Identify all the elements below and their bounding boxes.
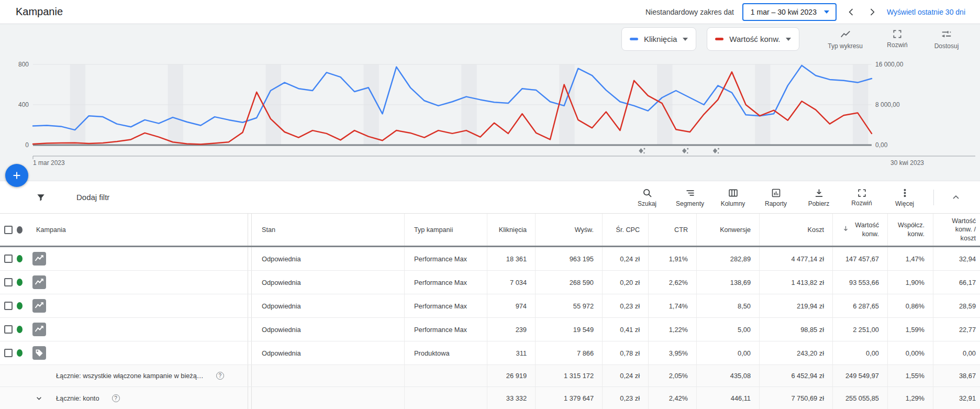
campaign-row: Odpowiednia Performance Max 239 19 549 0…: [0, 318, 980, 341]
impressions-total: 1 315 172: [535, 365, 602, 386]
divider: [933, 190, 934, 205]
adjust-chart-button[interactable]: Dostosuj: [932, 29, 961, 50]
expand-icon: [857, 188, 867, 198]
status-column-icon: [17, 226, 23, 234]
previous-date-range-button[interactable]: [845, 6, 858, 18]
campaign-row: Odpowiednia Produktowa 311 7 866 0,78 zł…: [0, 341, 980, 365]
conv-value-per-cost: 28,59: [933, 294, 980, 317]
download-button[interactable]: Pobierz: [799, 187, 838, 207]
column-header-stan[interactable]: Stan: [252, 214, 404, 246]
columns-button[interactable]: Kolumny: [714, 187, 752, 207]
svg-text:8 000,00: 8 000,00: [875, 101, 900, 108]
caret-down-icon: [824, 10, 829, 14]
date-range-picker[interactable]: 1 mar – 30 kwi 2023: [742, 3, 837, 21]
column-header-konwersje[interactable]: Konwersje: [696, 214, 759, 246]
ctr-value: 3,95%: [648, 341, 696, 364]
next-date-range-button[interactable]: [866, 6, 878, 18]
caret-down-icon: [683, 38, 688, 41]
search-button[interactable]: Szukaj: [628, 187, 666, 207]
ctr-total: 2,42%: [648, 387, 696, 409]
help-icon[interactable]: ?: [216, 372, 224, 380]
expand-table-button[interactable]: Rozwiń: [842, 188, 881, 207]
status-enabled-dot[interactable]: [17, 349, 23, 357]
row-checkbox[interactable]: [4, 325, 13, 334]
top-bar: Kampanie Niestandardowy zakres dat 1 mar…: [0, 0, 980, 24]
conv-value: 147 457,67: [832, 247, 887, 270]
more-button[interactable]: Więcej: [885, 187, 924, 207]
totals-row: Łącznie: wszystkie włączone kampanie w b…: [0, 365, 980, 387]
column-header-wspolcz-konw[interactable]: Współcz. konw.: [887, 214, 933, 246]
performance-max-icon: [32, 275, 46, 289]
expand-totals-button[interactable]: [35, 394, 43, 403]
status-enabled-dot[interactable]: [17, 326, 23, 333]
conversions-value: 282,89: [696, 247, 759, 270]
frozen-column-divider: [248, 341, 252, 364]
segments-icon: [685, 187, 696, 198]
conversions-value: 138,69: [696, 271, 759, 294]
download-icon: [814, 187, 825, 198]
filter-bar: Dodaj filtr Szukaj Segmenty Kolumny Rapo…: [0, 181, 980, 214]
column-header-wartosc-koszt[interactable]: Wartość konw. / koszt: [933, 214, 980, 246]
conv-value-per-cost: 0,00: [933, 341, 980, 364]
conv-value: 6 287,65: [832, 294, 887, 317]
column-header-kampania[interactable]: Kampania: [29, 214, 248, 246]
chevron-down-icon: [35, 394, 43, 403]
row-checkbox[interactable]: [4, 255, 13, 263]
help-icon[interactable]: ?: [112, 394, 120, 402]
clicks-total: 33 332: [487, 387, 535, 409]
conv-value-per-cost: 32,94: [933, 247, 980, 270]
impressions-value: 963 195: [535, 247, 602, 270]
avg-cpc-value: 0,41 zł: [602, 318, 648, 341]
campaign-status: Odpowiednia: [252, 294, 404, 317]
clicks-value: 7 034: [487, 271, 535, 294]
metric-selector-conv-value[interactable]: Wartość konw.: [707, 27, 799, 51]
segments-button[interactable]: Segmenty: [671, 187, 709, 207]
ctr-value: 1,91%: [648, 247, 696, 270]
campaign-type: Performance Max: [404, 318, 487, 341]
column-header-sr-cpc[interactable]: Śr. CPC: [602, 214, 648, 246]
cost-total: 6 452,94 zł: [759, 365, 832, 386]
row-checkbox[interactable]: [4, 349, 13, 357]
x-axis-start-label: 1 mar 2023: [33, 159, 65, 167]
column-header-wysw[interactable]: Wyśw.: [535, 214, 602, 246]
column-header-wartosc-konw[interactable]: Wartość konw.: [832, 214, 887, 246]
avg-cpc-total: 0,23 zł: [602, 387, 648, 409]
clicks-value: 311: [487, 341, 535, 364]
performance-max-icon: [32, 252, 46, 266]
table-header-row: Kampania Stan Typ kampanii Kliknięcia Wy…: [0, 214, 980, 247]
ctr-value: 2,62%: [648, 271, 696, 294]
status-enabled-dot[interactable]: [17, 279, 23, 286]
status-enabled-dot[interactable]: [17, 302, 23, 309]
status-enabled-dot[interactable]: [17, 255, 23, 262]
conversions-total: 435,08: [696, 365, 759, 386]
column-header-koszt[interactable]: Koszt: [759, 214, 832, 246]
column-header-klikniecia[interactable]: Kliknięcia: [487, 214, 535, 246]
clicks-value: 18 361: [487, 247, 535, 270]
show-last-30-days-link[interactable]: Wyświetl ostatnie 30 dni: [887, 8, 965, 16]
ctr-value: 1,22%: [648, 318, 696, 341]
svg-text:800: 800: [18, 61, 29, 68]
conv-rate-total: 1,29%: [887, 387, 933, 409]
frozen-column-divider: [248, 365, 252, 386]
impressions-total: 1 379 647: [535, 387, 602, 409]
column-header-typ-kampanii[interactable]: Typ kampanii: [404, 214, 487, 246]
shopping-tag-icon: [32, 346, 46, 360]
campaign-type: Performance Max: [404, 294, 487, 317]
row-checkbox[interactable]: [4, 278, 13, 286]
chart-type-button[interactable]: Typ wykresu: [828, 29, 863, 50]
select-all-checkbox[interactable]: [4, 226, 13, 234]
row-checkbox[interactable]: [4, 302, 13, 310]
series2-label: Wartość konw.: [729, 35, 780, 43]
series2-dash: [715, 38, 723, 40]
plus-icon: [11, 170, 23, 181]
reports-button[interactable]: Raporty: [756, 187, 795, 207]
performance-chart-section: 04008000,008 000,0016 000,00 Kliknięcia …: [0, 24, 980, 181]
column-header-ctr[interactable]: CTR: [648, 214, 696, 246]
svg-text:0,00: 0,00: [875, 141, 888, 149]
add-campaign-button[interactable]: [5, 164, 28, 187]
add-filter-button[interactable]: Dodaj filtr: [36, 192, 109, 203]
metric-selector-clicks[interactable]: Kliknięcia: [621, 27, 696, 51]
collapse-chart-button[interactable]: [945, 189, 966, 206]
expand-chart-button[interactable]: Rozwiń: [883, 29, 912, 49]
conversions-total: 446,11: [696, 387, 759, 409]
